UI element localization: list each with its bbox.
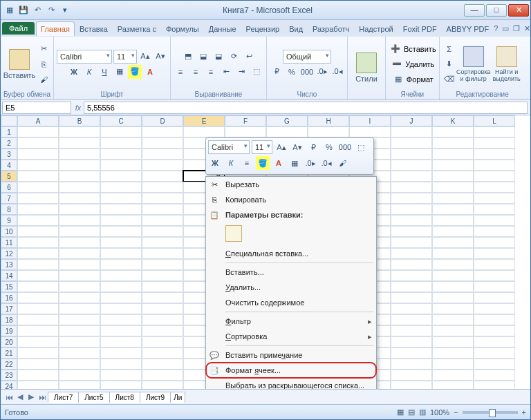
align-left-icon[interactable]: ≡ bbox=[174, 65, 187, 79]
wrap-text-icon[interactable]: ↩ bbox=[242, 50, 256, 64]
sheet-tab[interactable]: Лист8 bbox=[109, 392, 140, 403]
tab-review[interactable]: Рецензир bbox=[241, 21, 285, 36]
row-header[interactable]: 12 bbox=[1, 248, 17, 259]
mini-currency-icon[interactable]: ₽ bbox=[306, 140, 320, 154]
col-header[interactable]: L bbox=[474, 115, 515, 126]
tab-home[interactable]: Главная bbox=[36, 21, 75, 36]
col-header[interactable]: C bbox=[100, 115, 142, 126]
view-normal-icon[interactable]: ▦ bbox=[397, 408, 404, 417]
decrease-decimal-icon[interactable]: .0◂ bbox=[330, 65, 344, 79]
increase-indent-icon[interactable]: ⇥ bbox=[234, 65, 248, 79]
zoom-out-button[interactable]: − bbox=[454, 408, 458, 417]
mini-bold-button[interactable]: Ж bbox=[208, 156, 222, 170]
mini-format-painter-icon[interactable]: 🖌 bbox=[335, 156, 349, 170]
view-layout-icon[interactable]: ▤ bbox=[408, 408, 415, 417]
ctx-paste-special[interactable]: Специальная вставка... bbox=[206, 246, 376, 261]
row-header[interactable]: 17 bbox=[1, 303, 17, 314]
row-header[interactable]: 2 bbox=[1, 137, 17, 149]
copy-icon[interactable]: ⎘ bbox=[37, 57, 50, 71]
ctx-insert-comment[interactable]: 💬Вставить примечание bbox=[206, 347, 376, 363]
col-header[interactable]: H bbox=[308, 115, 349, 126]
font-color-icon[interactable]: A bbox=[143, 65, 157, 79]
ctx-insert[interactable]: Вставить... bbox=[206, 265, 376, 280]
tab-data[interactable]: Данные bbox=[204, 21, 241, 36]
restore-workbook-icon[interactable]: ❐ bbox=[513, 24, 520, 33]
row-header[interactable]: 6 bbox=[1, 182, 17, 193]
sort-filter-button[interactable]: Сортировка и фильтр bbox=[458, 46, 490, 82]
col-header[interactable]: A bbox=[17, 115, 59, 126]
mini-font-color-icon[interactable]: A bbox=[272, 156, 286, 170]
sheet-tab[interactable]: Лист5 bbox=[78, 392, 109, 403]
help-icon[interactable]: ? bbox=[494, 24, 498, 33]
comma-icon[interactable]: 000 bbox=[300, 65, 314, 79]
fill-icon[interactable]: ⬇ bbox=[442, 57, 456, 71]
format-cells-icon[interactable]: ▦ bbox=[391, 73, 405, 86]
row-header[interactable]: 9 bbox=[1, 215, 17, 226]
mini-borders-icon[interactable]: ▦ bbox=[288, 156, 301, 170]
redo-icon[interactable]: ↷ bbox=[45, 4, 57, 17]
bold-button[interactable]: Ж bbox=[67, 65, 81, 79]
ctx-delete[interactable]: Удалить... bbox=[206, 280, 376, 295]
insert-cells-icon[interactable]: ➕ bbox=[389, 42, 402, 56]
tab-insert[interactable]: Вставка bbox=[75, 21, 113, 36]
row-header[interactable]: 14 bbox=[1, 270, 17, 281]
mini-percent-icon[interactable]: % bbox=[322, 140, 336, 154]
row-header[interactable]: 4 bbox=[1, 160, 17, 171]
row-header[interactable]: 10 bbox=[1, 226, 17, 237]
row-header[interactable]: 8 bbox=[1, 204, 17, 215]
align-bottom-icon[interactable]: ⬓ bbox=[212, 50, 225, 64]
tab-abbyy[interactable]: ABBYY PDF bbox=[442, 21, 494, 36]
cut-icon[interactable]: ✂ bbox=[37, 42, 50, 56]
ctx-cut[interactable]: ✂Вырезать bbox=[206, 177, 376, 192]
zoom-in-button[interactable]: + bbox=[522, 408, 526, 417]
font-name-combo[interactable]: Calibri bbox=[57, 50, 112, 64]
row-header[interactable]: 21 bbox=[1, 347, 17, 359]
zoom-slider[interactable] bbox=[463, 411, 518, 414]
ctx-copy[interactable]: ⎘Копировать bbox=[206, 192, 376, 207]
col-header[interactable]: B bbox=[59, 115, 100, 126]
mini-merge-icon[interactable]: ⬚ bbox=[354, 140, 368, 154]
col-header[interactable]: J bbox=[391, 115, 432, 126]
paste-option-button[interactable] bbox=[225, 225, 242, 242]
row-header[interactable]: 16 bbox=[1, 292, 17, 303]
sheet-nav-next[interactable]: ▶ bbox=[26, 392, 37, 401]
underline-button[interactable]: Ч bbox=[97, 65, 111, 79]
row-header[interactable]: 18 bbox=[1, 314, 17, 325]
row-header[interactable]: 5 bbox=[1, 171, 17, 182]
minimize-ribbon-icon[interactable]: ▭ bbox=[502, 24, 509, 33]
font-size-combo[interactable]: 11 bbox=[113, 50, 137, 64]
row-header[interactable]: 19 bbox=[1, 325, 17, 336]
row-header[interactable]: 23 bbox=[1, 370, 17, 381]
tab-view[interactable]: Вид bbox=[284, 21, 308, 36]
ctx-clear[interactable]: Очистить содержимое bbox=[206, 295, 376, 310]
borders-icon[interactable]: ▦ bbox=[113, 65, 127, 79]
percent-icon[interactable]: % bbox=[285, 65, 299, 79]
clear-icon[interactable]: ⌫ bbox=[442, 73, 456, 86]
mini-italic-button[interactable]: К bbox=[224, 156, 238, 170]
file-tab[interactable]: Файл bbox=[2, 22, 35, 35]
ctx-sort[interactable]: Сортировка bbox=[206, 329, 376, 344]
format-painter-icon[interactable]: 🖌 bbox=[37, 73, 50, 86]
find-select-button[interactable]: Найти и выделить bbox=[491, 46, 523, 82]
italic-button[interactable]: К bbox=[82, 65, 96, 79]
ctx-filter[interactable]: Фильтр bbox=[206, 314, 376, 329]
grow-font-icon[interactable]: A▴ bbox=[138, 50, 152, 64]
row-header[interactable]: 1 bbox=[1, 126, 17, 137]
increase-decimal-icon[interactable]: .0▸ bbox=[315, 65, 329, 79]
align-right-icon[interactable]: ≡ bbox=[204, 65, 218, 79]
col-header[interactable]: I bbox=[349, 115, 391, 126]
mini-font-combo[interactable]: Calibri bbox=[208, 140, 250, 154]
mini-size-combo[interactable]: 11 bbox=[252, 140, 272, 154]
styles-button[interactable]: Стили bbox=[351, 52, 382, 83]
row-header[interactable]: 24 bbox=[1, 381, 17, 389]
row-header[interactable]: 3 bbox=[1, 149, 17, 160]
close-button[interactable]: ✕ bbox=[508, 4, 529, 17]
tab-foxit[interactable]: Foxit PDF bbox=[398, 21, 442, 36]
currency-icon[interactable]: ₽ bbox=[270, 65, 283, 79]
tab-developer[interactable]: Разработч bbox=[308, 21, 354, 36]
undo-icon[interactable]: ↶ bbox=[31, 4, 44, 17]
tab-formulas[interactable]: Формулы bbox=[161, 21, 204, 36]
name-box[interactable]: E5 bbox=[2, 102, 71, 114]
formula-bar[interactable]: 5,55556 bbox=[84, 102, 528, 114]
fill-color-icon[interactable]: 🪣 bbox=[128, 65, 142, 79]
